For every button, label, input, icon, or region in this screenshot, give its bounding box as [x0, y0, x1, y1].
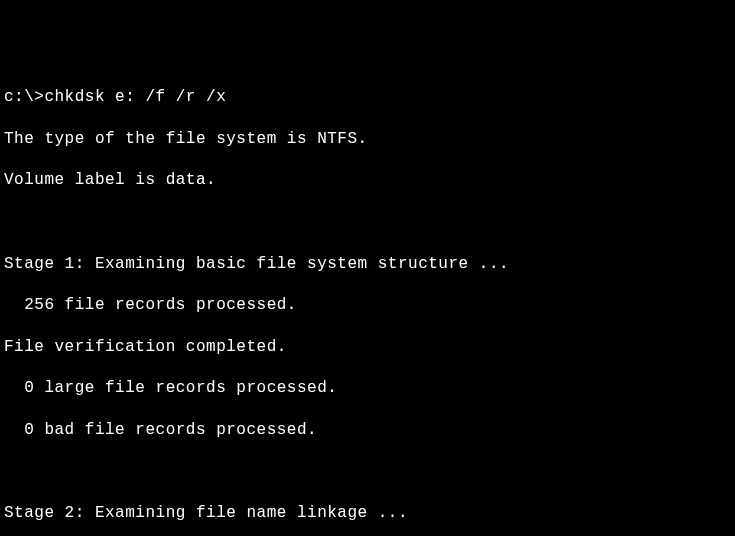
stage2-header: Stage 2: Examining file name linkage ...	[4, 503, 731, 524]
volume-label-line: Volume label is data.	[4, 170, 731, 191]
stage1-file-records: 256 file records processed.	[4, 295, 731, 316]
stage1-bad-records: 0 bad file records processed.	[4, 420, 731, 441]
blank-line	[4, 212, 731, 233]
blank-line	[4, 462, 731, 483]
stage1-large-records: 0 large file records processed.	[4, 378, 731, 399]
command-prompt-line: c:\>chkdsk e: /f /r /x	[4, 87, 731, 108]
stage1-header: Stage 1: Examining basic file system str…	[4, 254, 731, 275]
stage1-verification: File verification completed.	[4, 337, 731, 358]
filesystem-type-line: The type of the file system is NTFS.	[4, 129, 731, 150]
